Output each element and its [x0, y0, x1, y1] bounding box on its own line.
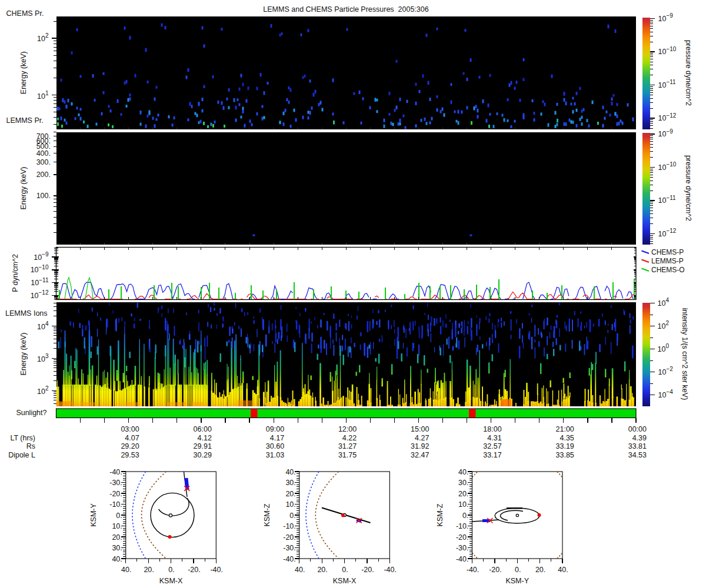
- svg-text:30.: 30.: [112, 544, 122, 552]
- svg-text:CHEMS Pr.: CHEMS Pr.: [6, 9, 44, 18]
- svg-text:4.17: 4.17: [270, 434, 284, 442]
- svg-text:-20.: -20.: [489, 566, 502, 574]
- svg-text:pressure dyne/cm^2: pressure dyne/cm^2: [684, 40, 692, 106]
- svg-text:18:00: 18:00: [483, 425, 501, 433]
- svg-text:33.81: 33.81: [628, 442, 647, 450]
- svg-text:34.53: 34.53: [628, 451, 647, 459]
- svg-text:32.47: 32.47: [411, 451, 429, 459]
- svg-text:20.: 20.: [317, 566, 327, 574]
- svg-text:P dyn/cm^2: P dyn/cm^2: [11, 254, 19, 292]
- svg-text:-10.: -10.: [456, 522, 469, 530]
- svg-text:40.: 40.: [121, 566, 131, 574]
- svg-text:200.: 200.: [36, 171, 51, 179]
- svg-text:Rs: Rs: [26, 442, 35, 450]
- svg-text:LEMMS and CHEMS Particle Press: LEMMS and CHEMS Particle Pressures 2005:…: [263, 5, 428, 14]
- svg-text:4.31: 4.31: [487, 434, 501, 442]
- svg-text:32.57: 32.57: [483, 442, 501, 450]
- svg-text:-20.: -20.: [361, 566, 374, 574]
- svg-text:-40.: -40.: [210, 566, 223, 574]
- svg-text:30.: 30.: [285, 479, 295, 487]
- svg-text:29.53: 29.53: [121, 451, 139, 459]
- svg-text:00:00: 00:00: [628, 425, 647, 433]
- svg-text:20.: 20.: [535, 566, 545, 574]
- svg-text:0.: 0.: [342, 566, 348, 574]
- svg-text:Energy (keV): Energy (keV): [19, 333, 28, 376]
- svg-text:10.: 10.: [112, 522, 122, 530]
- svg-text:10.: 10.: [458, 500, 468, 509]
- svg-text:-40.: -40.: [456, 555, 469, 563]
- svg-text:-40.: -40.: [467, 566, 479, 574]
- svg-text:-40.: -40.: [384, 566, 397, 574]
- svg-text:29.91: 29.91: [194, 442, 212, 450]
- svg-text:4.35: 4.35: [560, 434, 574, 442]
- svg-text:KSM-Y: KSM-Y: [505, 577, 529, 585]
- svg-text:0.: 0.: [116, 512, 122, 520]
- svg-text:33.17: 33.17: [483, 451, 501, 459]
- svg-text:03:00: 03:00: [121, 425, 139, 433]
- svg-text:30.29: 30.29: [194, 451, 212, 459]
- svg-text:40.: 40.: [285, 468, 295, 476]
- svg-text:33.85: 33.85: [556, 451, 574, 459]
- svg-text:-40.: -40.: [109, 468, 122, 476]
- svg-text:-30.: -30.: [283, 544, 296, 552]
- svg-text:400.: 400.: [36, 149, 51, 158]
- svg-text:Dipole L: Dipole L: [8, 451, 35, 459]
- svg-text:20.: 20.: [285, 490, 295, 498]
- svg-text:-20.: -20.: [188, 566, 201, 574]
- svg-text:4.22: 4.22: [342, 434, 357, 442]
- svg-text:LEMMS Ions: LEMMS Ions: [5, 309, 48, 318]
- svg-text:-40.: -40.: [283, 555, 296, 563]
- svg-text:KSM-X: KSM-X: [333, 577, 357, 585]
- svg-text:pressure dyne/cm^2: pressure dyne/cm^2: [684, 155, 692, 221]
- svg-text:4.12: 4.12: [198, 434, 212, 442]
- svg-text:KSM-X: KSM-X: [159, 577, 183, 585]
- svg-text:0.: 0.: [462, 512, 468, 520]
- svg-text:40.: 40.: [558, 566, 568, 574]
- svg-text:100.: 100.: [36, 192, 51, 200]
- svg-text:4.27: 4.27: [415, 434, 429, 442]
- svg-text:300.: 300.: [36, 158, 51, 166]
- svg-text:0.: 0.: [168, 566, 174, 574]
- svg-text:29.20: 29.20: [121, 442, 139, 450]
- svg-text:33.19: 33.19: [556, 442, 574, 450]
- svg-text:CHEMS-P: CHEMS-P: [651, 248, 684, 256]
- svg-text:-30.: -30.: [109, 479, 122, 487]
- svg-text:40.: 40.: [112, 555, 122, 563]
- svg-text:LT (hrs): LT (hrs): [10, 434, 35, 442]
- svg-text:Energy (keV): Energy (keV): [19, 51, 28, 94]
- svg-text:KSM-Y: KSM-Y: [89, 503, 98, 526]
- svg-text:09:00: 09:00: [266, 425, 284, 433]
- svg-text:40.: 40.: [295, 566, 305, 574]
- svg-text:20.: 20.: [112, 533, 122, 542]
- svg-text:21:00: 21:00: [556, 425, 574, 433]
- svg-text:-20.: -20.: [109, 490, 122, 498]
- svg-text:30.: 30.: [458, 479, 468, 487]
- svg-text:20.: 20.: [144, 566, 154, 574]
- svg-text:-10.: -10.: [283, 522, 296, 530]
- svg-text:CHEMS-O: CHEMS-O: [651, 266, 685, 274]
- svg-text:intensity 1/(s cm^2 ster keV): intensity 1/(s cm^2 ster keV): [681, 308, 689, 400]
- svg-text:31.03: 31.03: [266, 451, 284, 459]
- svg-text:30.60: 30.60: [266, 442, 284, 450]
- svg-text:0.: 0.: [289, 512, 295, 520]
- svg-text:15:00: 15:00: [411, 425, 429, 433]
- svg-text:40.: 40.: [458, 468, 468, 476]
- svg-text:31.27: 31.27: [338, 442, 357, 450]
- svg-text:Energy (keV): Energy (keV): [19, 167, 28, 210]
- svg-text:LEMMS-P: LEMMS-P: [651, 257, 684, 265]
- svg-text:4.39: 4.39: [632, 434, 647, 442]
- svg-text:-20.: -20.: [456, 533, 469, 542]
- svg-text:06:00: 06:00: [194, 425, 212, 433]
- svg-text:20.: 20.: [458, 490, 468, 498]
- svg-text:10.: 10.: [285, 500, 295, 509]
- svg-text:-30.: -30.: [456, 544, 469, 552]
- svg-text:Sunlight?: Sunlight?: [16, 409, 46, 417]
- svg-text:31.92: 31.92: [411, 442, 429, 450]
- svg-text:4.07: 4.07: [125, 434, 139, 442]
- svg-text:KSM-Z: KSM-Z: [263, 503, 271, 526]
- svg-text:31.75: 31.75: [338, 451, 357, 459]
- svg-text:LEMMS Pr.: LEMMS Pr.: [6, 116, 44, 125]
- svg-text:-10.: -10.: [109, 500, 122, 509]
- svg-text:KSM-Z: KSM-Z: [436, 503, 444, 526]
- svg-text:-20.: -20.: [283, 533, 296, 542]
